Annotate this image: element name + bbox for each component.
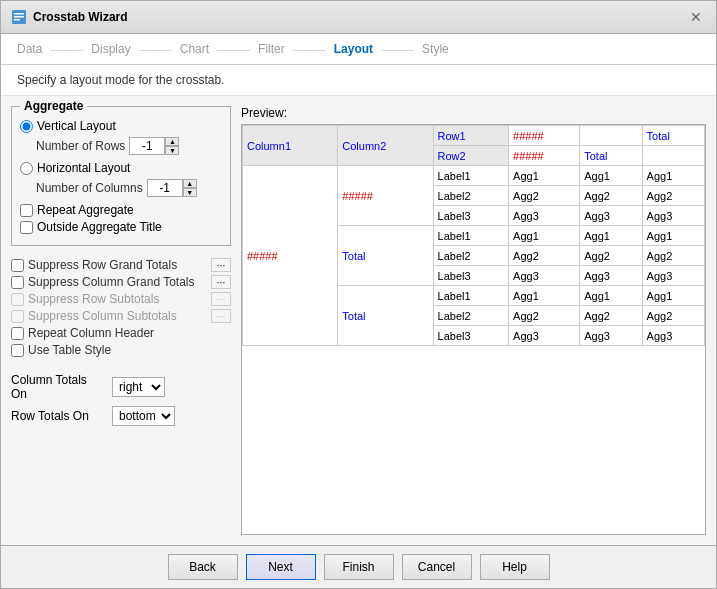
suppress-row-sub-dots: ··· <box>211 292 231 306</box>
suppress-col-grand-dots[interactable]: ··· <box>211 275 231 289</box>
suppress-row-grand-dots[interactable]: ··· <box>211 258 231 272</box>
nav-layout[interactable]: Layout <box>334 42 373 56</box>
repeat-col-header-row: Repeat Column Header <box>11 326 231 340</box>
nav-data[interactable]: Data <box>17 42 42 56</box>
label3-cell: Label3 <box>433 206 509 226</box>
nav-filter[interactable]: Filter <box>258 42 285 56</box>
rows-up-button[interactable]: ▲ <box>165 137 179 146</box>
cancel-button[interactable]: Cancel <box>402 554 472 580</box>
hash-cell-1: ##### <box>509 126 580 146</box>
agg3-total: Agg3 <box>509 266 580 286</box>
cols-up-button[interactable]: ▲ <box>183 179 197 188</box>
use-table-style-checkbox[interactable] <box>11 344 24 357</box>
column-totals-label: Column Totals On <box>11 373 106 401</box>
cols-down-button[interactable]: ▼ <box>183 188 197 197</box>
horizontal-layout-radio[interactable] <box>20 162 33 175</box>
agg3-grand-3: Agg3 <box>642 326 704 346</box>
suppress-row-grand-row: Suppress Row Grand Totals ··· <box>11 258 231 272</box>
agg3-grand: Agg3 <box>509 326 580 346</box>
total-left: Total <box>338 226 433 286</box>
agg1-cell-2: Agg1 <box>580 166 642 186</box>
suppress-row-sub-row: Suppress Row Subtotals ··· <box>11 292 231 306</box>
cols-input[interactable] <box>147 179 183 197</box>
label2-total: Label2 <box>433 246 509 266</box>
label3-total: Label3 <box>433 266 509 286</box>
cols-label: Number of Columns <box>36 181 143 195</box>
left-panel: Aggregate Vertical Layout Number of Rows… <box>11 106 231 535</box>
svg-rect-3 <box>14 19 20 21</box>
col1-cell: Column1 <box>243 126 338 166</box>
suppress-col-grand-row: Suppress Column Grand Totals ··· <box>11 275 231 289</box>
use-table-style-row: Use Table Style <box>11 343 231 357</box>
label2-cell: Label2 <box>433 186 509 206</box>
options-section: Suppress Row Grand Totals ··· Suppress C… <box>11 258 231 357</box>
label1-grand: Label1 <box>433 286 509 306</box>
agg2-grand-3: Agg2 <box>642 306 704 326</box>
repeat-col-header-label: Repeat Column Header <box>28 326 231 340</box>
footer: Back Next Finish Cancel Help <box>1 545 716 588</box>
agg1-total: Agg1 <box>509 226 580 246</box>
wizard-icon <box>11 9 27 25</box>
rows-spinner[interactable]: ▲ ▼ <box>129 137 179 155</box>
suppress-col-grand-checkbox[interactable] <box>11 276 24 289</box>
label3-grand: Label3 <box>433 326 509 346</box>
nav-display[interactable]: Display <box>91 42 130 56</box>
horizontal-layout-label: Horizontal Layout <box>37 161 130 175</box>
row1-cell: Row1 <box>433 126 509 146</box>
close-button[interactable]: ✕ <box>686 7 706 27</box>
next-button[interactable]: Next <box>246 554 316 580</box>
suppress-row-sub-checkbox[interactable] <box>11 293 24 306</box>
back-button[interactable]: Back <box>168 554 238 580</box>
suppress-col-sub-checkbox[interactable] <box>11 310 24 323</box>
rows-number-row: Number of Rows ▲ ▼ <box>36 137 222 155</box>
left-hash: ##### <box>243 166 338 346</box>
repeat-aggregate-checkbox[interactable] <box>20 204 33 217</box>
outside-aggregate-row: Outside Aggregate Title <box>20 220 222 234</box>
svg-rect-1 <box>14 13 24 15</box>
repeat-col-header-checkbox[interactable] <box>11 327 24 340</box>
col2-cell: Column2 <box>338 126 433 166</box>
agg3-cell-2: Agg3 <box>580 206 642 226</box>
total-header: Total <box>642 126 704 146</box>
label1-total: Label1 <box>433 226 509 246</box>
suppress-col-grand-label: Suppress Column Grand Totals <box>28 275 207 289</box>
suppress-col-sub-row: Suppress Column Subtotals ··· <box>11 309 231 323</box>
agg2-total-2: Agg2 <box>580 246 642 266</box>
crosstab-wizard-dialog: Crosstab Wizard ✕ Data ——— Display ——— C… <box>0 0 717 589</box>
main-content: Aggregate Vertical Layout Number of Rows… <box>1 96 716 545</box>
hash-cell-2: ##### <box>509 146 580 166</box>
outside-aggregate-label: Outside Aggregate Title <box>37 220 162 234</box>
outside-aggregate-checkbox[interactable] <box>20 221 33 234</box>
label2-grand: Label2 <box>433 306 509 326</box>
agg2-total: Agg2 <box>509 246 580 266</box>
cols-number-row: Number of Columns ▲ ▼ <box>36 179 222 197</box>
horizontal-layout-row: Horizontal Layout <box>20 161 222 175</box>
vertical-layout-label: Vertical Layout <box>37 119 116 133</box>
suppress-row-sub-label: Suppress Row Subtotals <box>28 292 207 306</box>
finish-button[interactable]: Finish <box>324 554 394 580</box>
suppress-row-grand-checkbox[interactable] <box>11 259 24 272</box>
vertical-layout-radio[interactable] <box>20 120 33 133</box>
agg2-cell-3: Agg2 <box>642 186 704 206</box>
preview-container: Column1 Column2 Row1 ##### Total Row2 ##… <box>241 124 706 535</box>
rows-down-button[interactable]: ▼ <box>165 146 179 155</box>
agg1-total-3: Agg1 <box>642 226 704 246</box>
agg3-grand-2: Agg3 <box>580 326 642 346</box>
nav-chart[interactable]: Chart <box>180 42 209 56</box>
use-table-style-label: Use Table Style <box>28 343 231 357</box>
agg1-cell-3: Agg1 <box>642 166 704 186</box>
aggregate-title: Aggregate <box>20 99 87 113</box>
help-button[interactable]: Help <box>480 554 550 580</box>
nav-style[interactable]: Style <box>422 42 449 56</box>
rows-input[interactable] <box>129 137 165 155</box>
rows-label: Number of Rows <box>36 139 125 153</box>
agg3-cell: Agg3 <box>509 206 580 226</box>
row-totals-select[interactable]: bottom top none <box>112 406 175 426</box>
suppress-row-grand-label: Suppress Row Grand Totals <box>28 258 207 272</box>
column-totals-row: Column Totals On right left none <box>11 373 231 401</box>
column-totals-select[interactable]: right left none <box>112 377 165 397</box>
cols-spinner[interactable]: ▲ ▼ <box>147 179 197 197</box>
suppress-col-sub-dots: ··· <box>211 309 231 323</box>
svg-rect-2 <box>14 16 24 18</box>
subtitle: Specify a layout mode for the crosstab. <box>1 65 716 96</box>
